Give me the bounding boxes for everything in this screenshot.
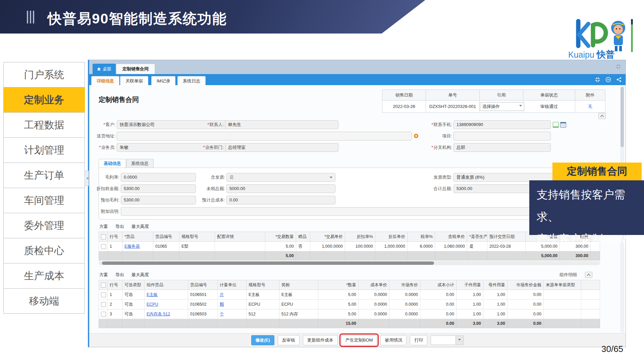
sidebar-item-workshop-management[interactable]: 车间管理 (3, 188, 85, 213)
total-qty: 5.00 (265, 251, 296, 260)
print-button[interactable]: 打印 (410, 335, 427, 345)
gross-margin-field[interactable]: 0.0000 (121, 173, 196, 182)
collapse-window-icon[interactable] (616, 64, 621, 70)
map-pin-icon[interactable] (414, 134, 418, 138)
total-qty: 15.00 (318, 319, 359, 328)
toolbar-export-link[interactable]: 导出 (115, 224, 124, 230)
chevron-down-icon (519, 105, 522, 108)
branch-field[interactable]: 总部 (453, 143, 551, 152)
callout-line-1: 支持销售按客户需求、 (537, 184, 644, 228)
tab-system-log[interactable]: 系统日志 (177, 76, 206, 85)
sidebar-item-custom-business[interactable]: 定制业务 (3, 87, 85, 113)
component-link[interactable]: ECPU (145, 300, 188, 309)
generate-custom-bom-button[interactable]: 产生定制BOM (341, 335, 377, 345)
tab-related-docs[interactable]: 关联单据 (120, 76, 148, 85)
unit-link[interactable]: 个 (218, 309, 247, 319)
project-field[interactable] (453, 132, 551, 140)
toolbar-plan-link[interactable]: 方案 (99, 272, 108, 278)
t2-col-source-type: 来源单单据类型 (544, 280, 581, 290)
est-total-cost-field[interactable]: 0.00 (226, 196, 335, 204)
collapse-component-button[interactable] (585, 272, 592, 278)
untaxed-total-field[interactable]: 5000.00 (226, 184, 335, 193)
select-all-checkbox[interactable] (101, 283, 106, 288)
col-reference: 引用 (480, 90, 523, 101)
t2-col-market-amount: 市场售价金额 (507, 280, 544, 290)
tab-im-records[interactable]: IM记录 (151, 76, 175, 85)
unit-link[interactable]: 片 (218, 290, 247, 300)
address-field[interactable] (117, 132, 412, 140)
callout-body: 支持销售按客户需求、 产生客户定制BOM (529, 180, 644, 235)
item-link[interactable]: E服务器 (122, 242, 153, 251)
modify-button[interactable]: 修改(E) (251, 335, 274, 345)
table1-hscrollbar[interactable] (99, 261, 600, 265)
sidebar-item-engineering-data[interactable]: 工程数据 (3, 112, 85, 138)
tab-desktop[interactable]: 桌面 (93, 64, 116, 74)
device-sync-icon[interactable] (560, 122, 566, 128)
t2-col-qty: *数量 (318, 280, 359, 290)
unapprove-button[interactable]: 反审核 (278, 335, 300, 345)
t1-col-tax-rate: 税率% (408, 232, 435, 242)
phone-field[interactable]: 13890909090 (453, 120, 551, 129)
invoice-type-label: 发票类型: (424, 173, 452, 182)
component-detail-label: 组件明细 (559, 270, 584, 279)
notes-field[interactable] (121, 207, 573, 216)
table-row: 1 E服务器 01065 E型 5.00 否 1,000.0000 100.00… (99, 242, 600, 251)
sidebar-collapse-handle[interactable] (85, 171, 89, 186)
toolbar-max-height-link[interactable]: 最大高度 (131, 272, 149, 278)
scrollbar-thumb[interactable] (621, 87, 624, 147)
gross-margin-label: 毛利率: (89, 173, 119, 182)
attachment-link[interactable]: 无 (575, 101, 605, 113)
t2-col-unit: 计量单位 (218, 280, 247, 290)
tab-detail-info[interactable]: 详细信息 (91, 76, 119, 85)
chevron-down-icon (330, 177, 332, 180)
phone-label: 联系手机: (424, 120, 452, 129)
toolbar-max-height-link[interactable]: 最大高度 (131, 224, 149, 230)
sidebar-item-quality-center[interactable]: 质检中心 (3, 238, 85, 263)
col-order-no: 单号 (426, 90, 480, 101)
share-icon[interactable] (616, 77, 622, 82)
sidebar-item-production-orders[interactable]: 生产订单 (3, 163, 85, 188)
amount-before-discount-field[interactable]: 5300.00 (121, 184, 196, 193)
row-checkbox[interactable] (101, 312, 106, 317)
tab-system-info[interactable]: 系统信息 (126, 159, 154, 168)
amount-before-discount-label: 折扣前金额: (89, 184, 119, 193)
sidebar-item-outsourcing-management[interactable]: 委外管理 (3, 213, 85, 238)
tab-basic-info[interactable]: 基础信息 (99, 159, 126, 168)
has-invoice-select[interactable]: 是 (226, 173, 335, 182)
sidebar-item-mobile[interactable]: 移动端 (3, 288, 85, 314)
row-checkbox[interactable] (101, 244, 106, 249)
address-label: 送货地址: (89, 132, 115, 140)
component-link[interactable]: E主板 (145, 290, 188, 300)
t1-col-item: *货品 (122, 232, 153, 242)
sidebar-item-plan-management[interactable]: 计划管理 (3, 137, 85, 163)
contact-field[interactable]: 林先生 (225, 120, 338, 129)
project-label: 项目: (424, 132, 452, 140)
collapse-panel-icon[interactable] (595, 77, 600, 82)
total-child-usage: 3.00 (457, 319, 483, 328)
collapse-header-button[interactable] (598, 113, 606, 119)
row-checkbox[interactable] (101, 292, 106, 297)
sidebar-item-production-cost[interactable]: 生产成本 (3, 263, 85, 289)
unit-link[interactable]: 颗 (218, 300, 247, 309)
more-actions-select[interactable] (431, 336, 464, 345)
department-field[interactable]: 总经理室 (225, 143, 338, 152)
kuaipu-logo: Kuaipu 快普 (566, 15, 642, 59)
t2-col-parent-usage: 母件用量 (483, 280, 507, 290)
contact-card-icon[interactable] (553, 122, 559, 128)
t1-col-config: 配置详情 (215, 232, 265, 242)
tab-contract[interactable]: 定制销售合同 (116, 64, 155, 74)
scrollbar-thumb[interactable] (102, 261, 434, 265)
toolbar-plan-link[interactable]: 方案 (99, 224, 108, 230)
component-link[interactable]: E内存条 512 (145, 309, 188, 319)
row-checkbox[interactable] (101, 302, 106, 307)
t1-col-spec: 规格型号 (179, 232, 215, 242)
slide-header-band: 快普易90智能制造系统功能 (0, 0, 425, 34)
update-component-cost-button[interactable]: 更新组件成本 (303, 335, 338, 345)
im-icon[interactable]: IM (605, 77, 611, 82)
sidebar-item-portal[interactable]: 门户系统 (3, 62, 85, 87)
usage-button[interactable]: 被用情况 (380, 335, 407, 345)
toolbar-export-link[interactable]: 导出 (115, 272, 124, 278)
reference-action-select[interactable]: 选择操作 (480, 102, 524, 111)
select-all-checkbox[interactable] (101, 234, 106, 239)
est-gross-profit-field[interactable]: 5300.00 (121, 196, 196, 204)
